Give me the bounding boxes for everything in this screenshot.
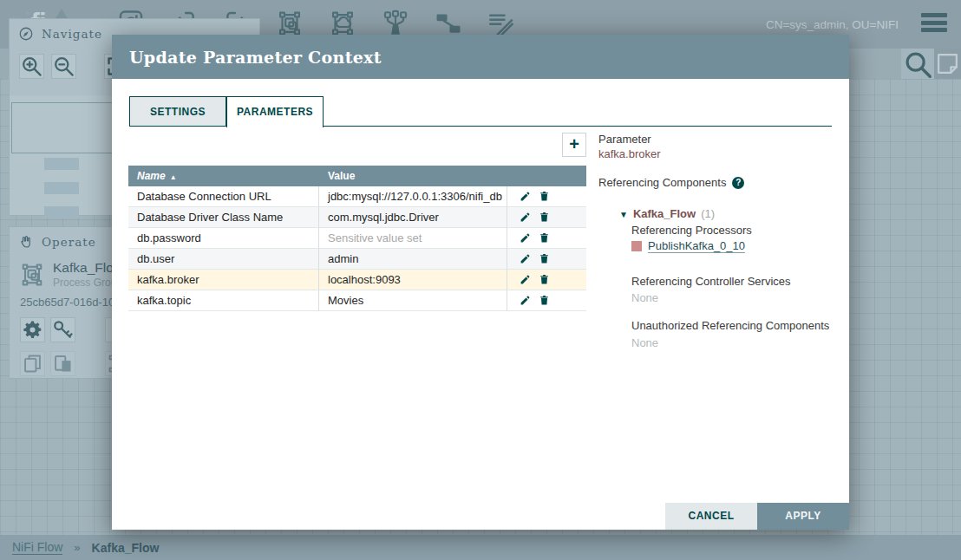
breadcrumb-current: Kafka_Flow [92, 541, 160, 555]
birdseye-component [44, 206, 79, 218]
referencing-group-name: Kafka_Flow [633, 207, 696, 220]
paste-button[interactable] [50, 351, 75, 376]
process-group-icon[interactable] [275, 9, 304, 38]
parameter-name-cell: Database Driver Class Name [128, 207, 319, 228]
birdseye-component [44, 182, 79, 194]
help-icon[interactable]: ? [732, 177, 744, 189]
cancel-button[interactable]: CANCEL [665, 503, 757, 530]
parameter-table-body: Database Connection URL jdbc:mysql://127… [128, 186, 586, 311]
parameter-name-cell: Database Connection URL [128, 186, 319, 207]
search-button[interactable] [901, 49, 934, 79]
processor-state-icon [631, 241, 642, 251]
referencing-processor-row: PublishKafka_0_10 [631, 239, 745, 253]
parameter-value-cell: localhost:9093 [319, 270, 507, 290]
name-column-header[interactable]: Name▲ [128, 166, 319, 186]
edit-parameter-icon[interactable] [520, 212, 531, 223]
referencing-services-none: None [631, 291, 658, 304]
parameter-value-cell: Sensitive value set [319, 228, 507, 249]
caret-down-icon[interactable]: ▼ [619, 210, 628, 219]
delete-parameter-icon[interactable] [539, 253, 550, 264]
parameter-table-row[interactable]: kafka.broker localhost:9093 [128, 270, 586, 290]
compass-icon [18, 26, 34, 42]
delete-parameter-icon[interactable] [539, 191, 550, 202]
tab-settings[interactable]: SETTINGS [129, 96, 226, 127]
parameter-value-cell: Movies [319, 290, 507, 311]
label-icon[interactable] [487, 9, 516, 38]
edit-parameter-icon[interactable] [520, 274, 531, 285]
delete-parameter-icon[interactable] [539, 212, 550, 223]
referencing-processors-label: Referencing Processors [631, 224, 752, 237]
copy-icon [21, 352, 44, 375]
parameter-table-row[interactable]: Database Connection URL jdbc:mysql://127… [128, 186, 586, 207]
referencing-services-label: Referencing Controller Services [631, 275, 791, 288]
dialog-body: SETTINGS PARAMETERS + Name▲ Value Databa… [112, 79, 849, 530]
tab-parameters[interactable]: PARAMETERS [226, 96, 324, 127]
key-icon [51, 318, 75, 342]
parameter-row-actions [507, 270, 586, 290]
parameter-table-row[interactable]: db.password Sensitive value set [128, 228, 586, 249]
parameter-row-actions [507, 207, 586, 228]
referencing-group-row: ▼ Kafka_Flow (1) [619, 207, 715, 220]
dialog-buttons: CANCEL APPLY [665, 503, 849, 530]
referencing-components-label: Referencing Components ? [598, 176, 744, 189]
breadcrumb: NiFi Flow » Kafka_Flow [0, 535, 961, 560]
parameter-row-actions [507, 228, 586, 249]
parameter-table-row[interactable]: Database Driver Class Name com.mysql.jdb… [128, 207, 586, 228]
dialog-tabs: SETTINGS PARAMETERS [129, 96, 324, 127]
parameter-table-row[interactable]: kafka.topic Movies [128, 290, 586, 311]
parameter-table: Name▲ Value Database Connection URL jdbc… [128, 166, 586, 311]
edit-parameter-icon[interactable] [520, 253, 531, 264]
parameter-row-actions [507, 186, 586, 207]
zoom-in-button[interactable] [19, 54, 44, 79]
value-column-header[interactable]: Value [319, 166, 507, 186]
user-identity: CN=sys_admin, OU=NIFI [766, 18, 899, 31]
delete-parameter-icon[interactable] [539, 232, 550, 244]
edit-parameter-icon[interactable] [520, 191, 531, 202]
selected-parameter-name: kafka.broker [598, 147, 661, 160]
remote-process-group-icon[interactable] [328, 9, 357, 38]
delete-parameter-icon[interactable] [539, 274, 550, 285]
parameter-label: Parameter [598, 133, 651, 146]
edit-parameter-icon[interactable] [520, 232, 531, 244]
add-parameter-button[interactable]: + [562, 133, 586, 157]
delete-parameter-icon[interactable] [539, 295, 550, 306]
parameter-detail-panel: Parameter kafka.broker Referencing Compo… [598, 79, 841, 486]
dialog-header: Update Parameter Context [112, 35, 849, 79]
process-group-icon [18, 261, 46, 289]
parameter-table-row[interactable]: db.user admin [128, 249, 586, 270]
parameter-table-header: Name▲ Value [128, 166, 586, 186]
edit-parameter-icon[interactable] [520, 295, 531, 306]
parameter-name-cell: db.user [128, 249, 319, 270]
zoom-out-button[interactable] [51, 54, 76, 79]
sort-asc-icon: ▲ [170, 173, 177, 181]
parameter-value-cell: jdbc:mysql://127.0.0.1:3306/nifi_db [319, 186, 507, 207]
unauthorized-components-label: Unauthorized Referencing Components [631, 319, 829, 332]
referencing-group-count: (1) [701, 207, 715, 220]
copy-button[interactable] [20, 351, 45, 376]
parameter-row-actions [507, 290, 586, 311]
unauthorized-components-none: None [631, 336, 658, 349]
configure-button[interactable] [20, 317, 45, 342]
breadcrumb-root-link[interactable]: NiFi Flow [12, 540, 62, 555]
note-icon [934, 50, 961, 77]
parameter-value-cell: com.mysql.jdbc.Driver [319, 207, 507, 228]
global-menu-icon[interactable] [921, 13, 947, 36]
dialog-title: Update Parameter Context [129, 48, 382, 67]
zoom-out-icon [52, 55, 75, 78]
template-icon[interactable] [434, 9, 463, 38]
referencing-processor-link[interactable]: PublishKafka_0_10 [648, 239, 745, 253]
update-parameter-context-dialog: Update Parameter Context SETTINGS PARAME… [112, 35, 849, 530]
paste-icon [51, 352, 75, 375]
apply-button[interactable]: APPLY [757, 503, 849, 530]
hand-icon [18, 234, 34, 250]
access-policies-button[interactable] [50, 317, 75, 342]
breadcrumb-separator: » [74, 541, 80, 554]
funnel-icon[interactable] [381, 9, 410, 38]
operate-title: Operate [42, 235, 96, 249]
gear-icon [21, 318, 44, 342]
parameter-name-cell: kafka.topic [128, 290, 319, 311]
zoom-in-icon [20, 55, 43, 78]
parameter-row-actions [507, 249, 586, 270]
note-toggle-button[interactable] [934, 49, 961, 79]
parameter-name-cell: kafka.broker [128, 270, 319, 290]
